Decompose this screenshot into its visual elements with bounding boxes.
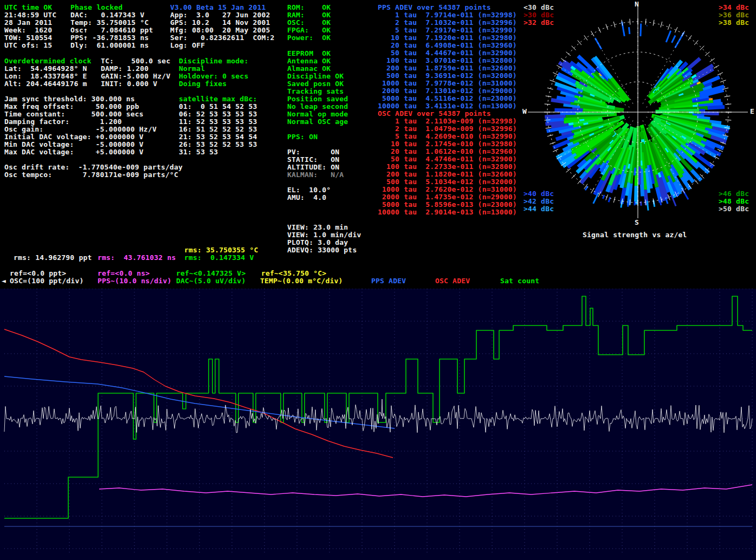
osc-adev-row: 20 tau 1.0612e-010 (n=32960) (378, 148, 517, 155)
osc-adev-row: 5 tau 4.2609e-010 (n=32990) (378, 133, 517, 140)
utc-status-header: UTC time OK (4, 4, 52, 11)
gps-status-line: Normal op mode (287, 110, 348, 118)
discipline-mode: Discipline mode:NormalHoldover: 0 secsDo… (179, 57, 248, 88)
ref-temp: ref~<35.750 °C> (261, 270, 326, 277)
pps-adev-row: 5000 tau 4.5116e-012 (n=23000) (378, 95, 517, 102)
loop-param-line: GAIN:-5.000 Hz/V (101, 73, 170, 80)
view-setting-line: PLOTQ: 3.0 day (287, 239, 361, 246)
view-settings: VIEW: 23.0 minVIEW: 1.0 min/divPLOTQ: 3.… (287, 224, 361, 254)
gps-status-line: Normal OSC age (287, 118, 348, 126)
osc-adev-row: 2000 tau 1.4735e-012 (n=29000) (378, 193, 517, 201)
drift-info: Osc drift rate: -1.770540e-009 parts/day… (4, 164, 183, 179)
oscillator-param-line: Max freq offset: 50.000 ppb (4, 103, 157, 110)
scale-pps: PPS~(10.0 ns/div) (98, 277, 171, 285)
osc-adev-table: 1 tau 2.1103e-009 (n=32998) 2 tau 1.0479… (378, 118, 517, 216)
mask-settings: EL: 10.0°AMU: 4.0 (287, 186, 331, 201)
gps-status-line: Almanac OK (287, 65, 348, 73)
oscillator-params: Jam sync threshold: 300.000 nsMax freq o… (4, 95, 157, 156)
osc-adev-row: 200 tau 1.1820e-011 (n=32600) (378, 171, 517, 178)
fix-flag-line: STATIC: ON (287, 156, 339, 164)
pps-adev-row: 1000 tau 7.9778e-012 (n=31000) (378, 80, 517, 87)
view-setting-line: VIEW: 1.0 min/div (287, 231, 361, 239)
compass-west-label: W (522, 108, 527, 115)
oscillator-param-line: Time constant: 500.000 secs (4, 110, 157, 118)
version-header: V3.00 Beta 15 Jan 2011 (170, 4, 266, 11)
sat-dbc-table: 01: 0 51 54 52 5306: 52 53 53 53 5311: 5… (179, 103, 257, 156)
plot-background (0, 289, 756, 560)
pps-adev-row: 100 tau 3.0701e-011 (n=32800) (378, 57, 517, 64)
utc-info-line: Week: 1620 (4, 27, 56, 34)
osc-adev-row: 10000 tau 2.9014e-013 (n=13000) (378, 209, 517, 216)
phase-info-line: DAC: 0.147343 V (70, 11, 153, 19)
sat-dbc-row: 11: 52 53 53 53 53 (179, 118, 257, 126)
lady-heather-screen: UTC time OK 21:48:59 UTC28 Jan 2011Week:… (0, 0, 756, 560)
pps-adev-row: 500 tau 9.3691e-012 (n=32000) (378, 72, 517, 80)
compass-south-label: S (635, 219, 639, 226)
sat-dbc-row: 06: 52 53 53 53 53 (179, 110, 257, 118)
polar-caption: Signal strength vs az/el (583, 231, 687, 239)
pps-adev-row: 10 tau 7.1920e-011 (n=32980) (378, 34, 517, 42)
phase-info-line: Osc↑ 7.084610 ppt (70, 27, 153, 34)
sat-dbc-header: satellite max dBc: (179, 95, 257, 103)
drift-line: Osc tempco: 7.780171e-009 parts/°C (4, 171, 183, 179)
gps-status-line: No leap second (287, 103, 348, 110)
signal-level-label: >32 dBc (524, 19, 554, 27)
discipline-line: Holdover: 0 secs (179, 73, 248, 80)
oscillator-param-line: Initial DAC voltage: +0.000000 V (4, 133, 157, 141)
signal-level-label: >40 dBc (524, 190, 554, 198)
rms-temp: rms: 35.750355 °C (184, 246, 258, 254)
signal-level-label: >44 dBc (524, 205, 554, 213)
fix-flag-line: PV: ON (287, 148, 339, 156)
ref-osc: ref=<0.0 ppt> (10, 270, 66, 277)
oscillator-param-line: Osc gain: -5.000000 Hz/V (4, 126, 157, 133)
pps-adev-row: 50 tau 4.4467e-011 (n=32900) (378, 49, 517, 57)
signal-level-label: >34 dBc (719, 4, 749, 11)
version-info: App: 3.0 27 Jun 2002GPS: 10.2 14 Nov 200… (170, 11, 275, 49)
sat-dbc-row: 16: 51 52 52 52 53 (179, 126, 257, 133)
oscillator-param-line: Jam sync threshold: 300.000 ns (4, 95, 157, 103)
gps-status-line: Position saved (287, 95, 348, 103)
scale-dac: DAC~(5.0 uV/div) (176, 277, 245, 285)
phase-info-line: Temp: 35.750015 °C (70, 19, 153, 27)
hardware-status-line: FPGA: OK (287, 27, 331, 34)
discipline-line: Doing fixes (179, 80, 248, 88)
signal-level-label: >36 dBc (719, 11, 749, 19)
signal-level-label: >46 dBc (719, 190, 749, 198)
version-info-line: GPS: 10.2 14 Nov 2001 (170, 19, 275, 27)
osc-adev-row: 10 tau 2.1745e-010 (n=32980) (378, 140, 517, 148)
phase-info: DAC: 0.147343 VTemp: 35.750015 °COsc↑ 7.… (70, 11, 153, 49)
signal-strength-blob (545, 22, 729, 211)
pps-state: PPS: ON (287, 133, 318, 141)
pps-adev-table: 1 tau 7.9714e-011 (n=32998) 2 tau 7.1032… (378, 11, 517, 110)
position-line: Alt: 204.46449176 m (4, 80, 87, 88)
compass-east-label: E (750, 108, 754, 115)
osc-adev-row: 500 tau 5.1034e-012 (n=32000) (378, 178, 517, 186)
utc-info-line: UTC ofs: 15 (4, 42, 56, 49)
version-info-line: Mfg: 08:00 20 May 2005 (170, 27, 275, 34)
legend-osc-adev: OSC ADEV (435, 277, 470, 285)
sat-dbc-row: 26: 53 52 52 53 53 (179, 141, 257, 148)
phase-info-line: PPS↑ -36.781853 ns (70, 34, 153, 42)
legend-pps-adev: PPS ADEV (371, 277, 406, 285)
utc-info: 21:48:59 UTC28 Jan 2011Week: 1620TOW: 51… (4, 11, 56, 49)
osc-adev-row: 50 tau 4.4746e-011 (n=32900) (378, 155, 517, 163)
hardware-status: ROM: OKRAM: OKOSC: OKFPGA: OKPower: OK (287, 4, 331, 42)
oscillator-param-line: Max DAC voltage: +5.000000 V (4, 148, 157, 156)
signal-level-label: >38 dBc (719, 19, 749, 27)
main-plot[interactable] (0, 289, 756, 560)
signal-level-label: >50 dBc (719, 205, 749, 213)
loop-params: TC: 500.0 secDAMP: 1.200GAIN:-5.000 Hz/V… (101, 57, 170, 88)
drift-line: Osc drift rate: -1.770540e-009 parts/day (4, 164, 183, 171)
osc-adev-row: 1000 tau 2.7620e-012 (n=31000) (378, 186, 517, 193)
osc-adev-row: 1 tau 2.1103e-009 (n=32998) (378, 118, 517, 125)
sat-dbc-row: 31: 53 53 (179, 148, 257, 156)
gps-status-line: Saved posn OK (287, 80, 348, 88)
gps-status-list: EEPROM OKAntenna OKAlmanac OKDiscipline … (287, 50, 348, 126)
position-info: Lat: 54.4964928° NLon: 18.4337848° EAlt:… (4, 65, 87, 88)
ref-pps: ref=<0.0 ns> (98, 270, 150, 277)
hardware-status-line: Power: OK (287, 34, 331, 42)
version-info-line: Ser: 0.82362611 COM:2 (170, 34, 275, 42)
view-setting-line: VIEW: 23.0 min (287, 224, 361, 231)
gps-status-line: Discipline OK (287, 73, 348, 80)
gps-status-line: Antenna OK (287, 57, 348, 65)
